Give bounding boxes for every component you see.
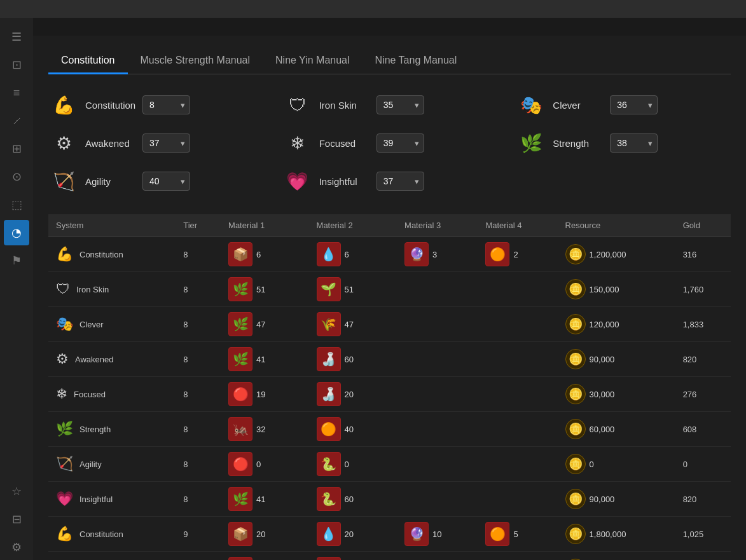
cell-mat1: 🌿41 xyxy=(221,342,309,377)
cell-gold: 4,451 xyxy=(675,552,731,561)
tab-muscle-strength-manual[interactable]: Muscle Strength Manual xyxy=(128,48,263,74)
cell-mat1: 📦6 xyxy=(221,237,309,272)
iron-skin-icon: 🛡 xyxy=(282,90,313,120)
chart-bar-icon[interactable]: ≡ xyxy=(4,80,29,106)
clever-icon: 🎭 xyxy=(516,90,546,120)
clever-select-wrapper[interactable]: 36 xyxy=(610,95,658,114)
cell-tier: 8 xyxy=(176,272,221,307)
agility-select[interactable]: 40 xyxy=(142,172,190,191)
cell-resource: 🪙300,000 xyxy=(558,552,675,561)
flag-icon[interactable]: ⚑ xyxy=(4,248,29,273)
cell-mat3: 🔮10 xyxy=(397,517,478,552)
cell-mat2-icon: 🍶 xyxy=(317,347,341,371)
cell-gold: 1,833 xyxy=(675,307,731,342)
cell-mat1: 🦗32 xyxy=(221,412,309,447)
focused-select-wrapper[interactable]: 39 xyxy=(376,133,424,153)
cell-mat4-icon: 🟠 xyxy=(485,242,509,266)
iron-skin-select[interactable]: 35 xyxy=(376,95,424,114)
col-resource: Resource xyxy=(558,214,675,237)
cell-gold: 276 xyxy=(675,377,731,412)
cell-mat2-icon: 🐍 xyxy=(317,487,341,511)
message-icon[interactable]: ⬚ xyxy=(4,192,29,217)
cell-system: 🌿Strength xyxy=(48,412,176,447)
resource-value: 120,000 xyxy=(590,320,619,329)
cell-mat2: 🟠40 xyxy=(309,412,397,447)
table-row: 🏹Agility8🔴0🐍0🪙00 xyxy=(48,447,731,482)
awakened-select[interactable]: 37 xyxy=(142,133,190,153)
strength-icon: 🌿 xyxy=(516,128,546,158)
agility-icon: 🏹 xyxy=(48,166,79,196)
cell-tier: 8 xyxy=(176,307,221,342)
focused-select[interactable]: 39 xyxy=(376,133,424,153)
insightful-select-wrapper[interactable]: 37 xyxy=(376,172,424,191)
trending-icon[interactable]: ⟋ xyxy=(4,108,29,133)
table-row: 💗Insightful8🌿41🐍60🪙90,000820 xyxy=(48,482,731,517)
cell-system: 🛡Iron Skin xyxy=(48,552,176,561)
cell-mat3-icon: 🔮 xyxy=(404,522,429,546)
export-icon[interactable]: ⊡ xyxy=(4,52,29,78)
cell-system: 💗Insightful xyxy=(48,482,176,517)
menu-icon[interactable]: ☰ xyxy=(4,24,29,50)
settings-icon[interactable]: ⚙ xyxy=(4,535,29,560)
constitution-select-wrapper[interactable]: 8 xyxy=(142,95,190,114)
cell-mat2: 🌾47 xyxy=(309,307,397,342)
system-icon: ❄ xyxy=(56,386,67,402)
resource-icon: 🪙 xyxy=(565,454,586,474)
timer-icon[interactable]: ◔ xyxy=(4,220,29,245)
awakened-select-wrapper[interactable]: 37 xyxy=(142,133,190,153)
tab-bar: ConstitutionMuscle Strength ManualNine Y… xyxy=(48,48,731,74)
cell-mat3 xyxy=(397,307,478,342)
iron-skin-select-wrapper[interactable]: 35 xyxy=(376,95,424,114)
cell-mat1-icon: 🌿 xyxy=(228,487,252,511)
tab-constitution[interactable]: Constitution xyxy=(48,48,128,74)
shop-icon[interactable]: ⊙ xyxy=(4,164,29,189)
cell-mat3 xyxy=(397,412,478,447)
resource-icon: 🪙 xyxy=(565,314,586,334)
constitution-icon: 💪 xyxy=(48,90,79,120)
cell-mat2-icon: 🟠 xyxy=(317,417,341,441)
cell-mat4 xyxy=(478,272,557,307)
stat-row-awakened: ⚙Awakened37 xyxy=(48,128,263,158)
cell-mat4-value: 2 xyxy=(513,250,518,259)
resource-icon: 🪙 xyxy=(565,279,586,299)
cell-mat2-value: 51 xyxy=(345,285,354,294)
cell-mat3 xyxy=(397,377,478,412)
resource-value: 1,800,000 xyxy=(590,529,626,539)
cell-tier: 9 xyxy=(176,552,221,561)
tab-nine-tang-manual[interactable]: Nine Tang Manual xyxy=(363,48,470,74)
cell-gold: 820 xyxy=(675,482,731,517)
resource-icon: 🪙 xyxy=(565,244,586,264)
agility-select-wrapper[interactable]: 40 xyxy=(142,172,190,191)
cell-mat2-value: 60 xyxy=(345,495,354,504)
constitution-label: Constitution xyxy=(85,100,136,111)
cell-mat1-value: 41 xyxy=(256,355,265,364)
strength-label: Strength xyxy=(553,138,604,149)
cell-system: 🛡Iron Skin xyxy=(48,272,176,307)
constitution-select[interactable]: 8 xyxy=(142,95,190,114)
tab-nine-yin-manual[interactable]: Nine Yin Manual xyxy=(263,48,363,74)
cell-system: 💪Constitution xyxy=(48,237,176,272)
cell-mat4 xyxy=(478,307,557,342)
cell-mat2-icon: 💧 xyxy=(317,522,341,546)
cell-mat3 xyxy=(397,447,478,482)
cell-system: 🎭Clever xyxy=(48,307,176,342)
cell-mat3 xyxy=(397,482,478,517)
cell-mat2-icon: 🌾 xyxy=(317,312,341,336)
resource-value: 90,000 xyxy=(590,355,615,364)
cell-system: 🏹Agility xyxy=(48,447,176,482)
star-icon[interactable]: ☆ xyxy=(4,479,29,504)
cell-mat1-value: 41 xyxy=(256,495,265,504)
cell-mat2: 🍶60 xyxy=(309,342,397,377)
insightful-select[interactable]: 37 xyxy=(376,172,424,191)
grid-icon[interactable]: ⊟ xyxy=(4,507,29,532)
cell-mat2-value: 60 xyxy=(345,355,354,364)
strength-select[interactable]: 38 xyxy=(610,133,658,153)
dashboard-icon[interactable]: ⊞ xyxy=(4,136,29,161)
cell-mat3-value: 3 xyxy=(432,250,437,259)
cell-resource: 🪙1,800,000 xyxy=(558,517,675,552)
clever-select[interactable]: 36 xyxy=(610,95,658,114)
strength-select-wrapper[interactable]: 38 xyxy=(610,133,658,153)
cell-tier: 8 xyxy=(176,237,221,272)
cell-mat2-icon: 🌱 xyxy=(317,557,341,560)
system-name: Insightful xyxy=(79,495,113,504)
